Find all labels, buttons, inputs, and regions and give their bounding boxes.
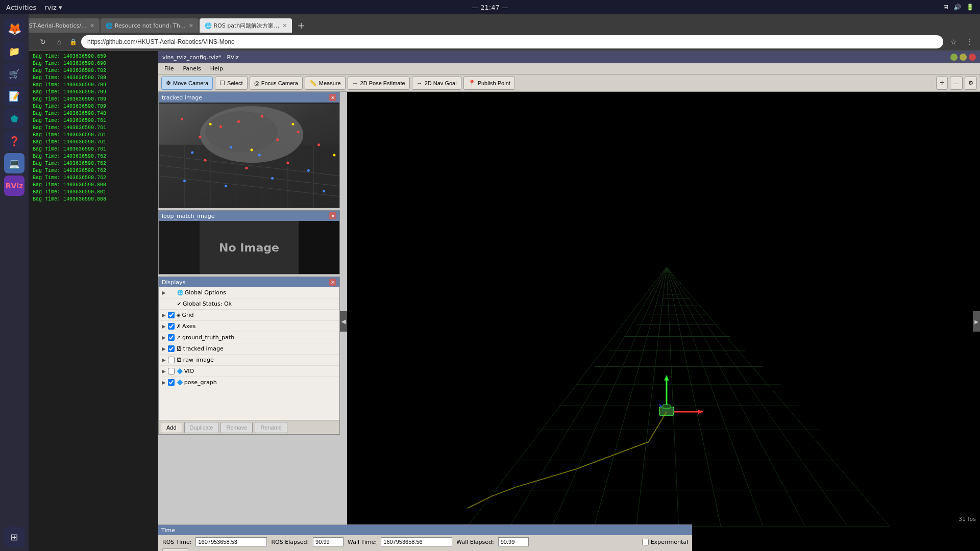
menu-panels[interactable]: Panels xyxy=(179,64,205,73)
rviz-menubar: File Panels Help xyxy=(158,63,980,74)
more-button[interactable]: ⋮ xyxy=(964,36,976,48)
rename-display-btn[interactable]: Rename xyxy=(255,422,287,433)
taskbar-software[interactable]: 🛒 xyxy=(4,63,24,84)
display-item[interactable]: ▶🌐Global Options xyxy=(159,287,339,298)
browser-tab-2[interactable]: 🌐 Resource not found: Th… ✕ xyxy=(101,18,199,33)
expand-arrow: ▶ xyxy=(162,323,166,329)
settings-btn[interactable]: ⚙ xyxy=(965,77,977,90)
select-btn[interactable]: ☐ Select xyxy=(215,77,248,90)
svg-point-13 xyxy=(181,118,183,120)
tab-favicon-2: 🌐 xyxy=(106,22,113,29)
publish-point-btn[interactable]: 📍 Publish Point xyxy=(463,77,515,90)
display-item-icon: 🌐 xyxy=(177,290,183,295)
time-fields: ROS Time: ROS Elapsed: Wall Time: Wall E… xyxy=(158,535,692,548)
display-item-label: raw_image xyxy=(183,357,214,363)
wall-time-input[interactable] xyxy=(381,537,452,546)
taskbar-arduino[interactable]: ⬟ xyxy=(4,108,24,129)
experimental-label[interactable]: Experimental xyxy=(642,539,688,545)
duplicate-display-btn[interactable]: Duplicate xyxy=(184,422,219,433)
ros-time-input[interactable] xyxy=(195,537,267,546)
taskbar-firefox[interactable]: 🦊 xyxy=(4,18,24,39)
svg-point-16 xyxy=(297,131,300,133)
activities-label[interactable]: Activities xyxy=(6,4,36,11)
home-button[interactable]: ⌂ xyxy=(53,36,65,48)
menu-file[interactable]: File xyxy=(160,64,178,73)
panels-collapse-handle[interactable]: ◀ xyxy=(340,311,347,332)
display-checkbox[interactable] xyxy=(168,379,175,386)
svg-point-12 xyxy=(205,111,278,153)
display-item[interactable]: ▶◈Grid xyxy=(159,310,339,321)
experimental-checkbox[interactable] xyxy=(642,539,649,545)
reset-button[interactable]: Reset xyxy=(162,548,188,551)
taskbar-files[interactable]: 📁 xyxy=(4,41,24,61)
display-item-icon: 🔷 xyxy=(177,368,183,374)
display-item[interactable]: ▶↗ground_truth_path xyxy=(159,332,339,343)
move-camera-btn[interactable]: ✥ Move Camera xyxy=(161,77,213,90)
right-side-handle[interactable]: ▶ xyxy=(973,311,980,332)
display-item[interactable]: ▶🖼tracked image xyxy=(159,343,339,355)
wall-elapsed-label: Wall Elapsed: xyxy=(456,539,494,545)
taskbar-apps[interactable]: ⊞ xyxy=(4,527,24,547)
menu-help[interactable]: Help xyxy=(206,64,227,73)
rviz-3d-view[interactable]: ▶ 31 fps xyxy=(347,92,980,551)
focus-camera-btn[interactable]: ◎ Focus Camera xyxy=(250,77,303,90)
display-item-label: Global Options xyxy=(185,289,226,296)
rviz-minimize-btn[interactable] xyxy=(950,54,958,61)
rviz-label[interactable]: rviz ▾ xyxy=(44,4,62,11)
rviz-close-btn[interactable] xyxy=(969,54,976,61)
taskbar-text-editor[interactable]: 📝 xyxy=(4,86,24,106)
rviz-maximize-btn[interactable] xyxy=(960,54,967,61)
interact-btn[interactable]: ✛ xyxy=(936,77,948,90)
display-buttons: Add Duplicate Remove Rename xyxy=(159,420,339,434)
battery-icon: 🔋 xyxy=(966,4,974,11)
nav-goal-btn[interactable]: → 2D Nav Goal xyxy=(412,77,461,90)
display-checkbox[interactable] xyxy=(168,345,175,352)
tab-favicon-3: 🌐 xyxy=(205,22,212,29)
displays-close[interactable]: ✕ xyxy=(329,279,336,286)
expand-arrow: ▶ xyxy=(162,335,166,340)
select-icon: ☐ xyxy=(219,80,225,87)
taskbar-help[interactable]: ❓ xyxy=(4,131,24,151)
rviz-window: vins_rviz_config.rviz* - RViz File Panel… xyxy=(158,51,980,551)
loop-match-close[interactable]: ✕ xyxy=(329,212,336,219)
bookmark-button[interactable]: ☆ xyxy=(947,36,960,48)
tracked-image-close[interactable]: ✕ xyxy=(329,94,336,101)
taskbar-rviz[interactable]: RViz xyxy=(4,176,24,196)
remove-display-btn[interactable]: Remove xyxy=(220,422,253,433)
taskbar-terminal[interactable]: 💻 xyxy=(4,153,24,173)
display-checkbox[interactable] xyxy=(168,312,175,318)
loop-no-image: No Image xyxy=(200,221,299,274)
tab-close-1[interactable]: ✕ xyxy=(90,22,94,29)
svg-point-23 xyxy=(286,162,289,164)
new-tab-button[interactable]: + xyxy=(293,18,309,33)
ros-elapsed-input[interactable] xyxy=(313,537,344,546)
tracked-image-titlebar[interactable]: tracked image ✕ xyxy=(159,92,339,103)
displays-titlebar[interactable]: Displays ✕ xyxy=(159,277,339,287)
measure-icon: 📏 xyxy=(309,80,317,87)
loop-match-titlebar[interactable]: loop_match_image ✕ xyxy=(159,211,339,221)
display-item[interactable]: ▶🔷pose_graph xyxy=(159,377,339,388)
display-item[interactable]: ▶✗Axes xyxy=(159,321,339,332)
measure-btn[interactable]: 📏 Measure xyxy=(305,77,346,90)
display-checkbox[interactable] xyxy=(168,368,175,374)
displays-title: Displays xyxy=(162,279,185,286)
display-checkbox[interactable] xyxy=(168,334,175,341)
time-panel-titlebar[interactable]: Time xyxy=(158,525,692,535)
display-checkbox[interactable] xyxy=(168,357,175,363)
camera-btn[interactable]: — xyxy=(950,77,963,90)
pose-estimate-btn[interactable]: → 2D Pose Estimate xyxy=(348,77,410,90)
tab-close-2[interactable]: ✕ xyxy=(189,22,193,29)
display-checkbox[interactable] xyxy=(168,323,175,330)
tracked-image-svg xyxy=(159,103,339,208)
display-item[interactable]: ▶🖼raw_image xyxy=(159,355,339,366)
display-item[interactable]: ▶🔷VIO xyxy=(159,366,339,377)
svg-point-32 xyxy=(209,123,212,126)
url-input[interactable] xyxy=(81,35,943,48)
reload-button[interactable]: ↻ xyxy=(37,36,49,48)
browser-tab-3[interactable]: 🌐 ROS path问题解决方案… ✕ xyxy=(200,18,292,33)
svg-point-17 xyxy=(317,143,320,146)
wall-elapsed-input[interactable] xyxy=(498,537,529,546)
add-display-btn[interactable]: Add xyxy=(161,422,182,433)
tab-close-3[interactable]: ✕ xyxy=(282,22,287,29)
display-item[interactable]: ▶✔Global Status: Ok xyxy=(159,298,339,310)
